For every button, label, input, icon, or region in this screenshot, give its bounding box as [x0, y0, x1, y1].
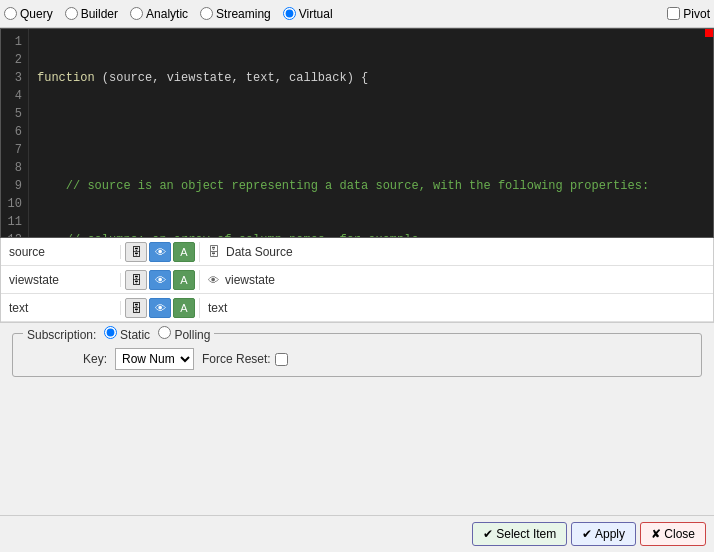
- code-content[interactable]: function (source, viewstate, text, callb…: [29, 29, 713, 237]
- line-num-10: 10: [7, 195, 22, 213]
- force-reset-checkbox[interactable]: [275, 353, 288, 366]
- code-line-1: function (source, viewstate, text, callb…: [37, 69, 705, 87]
- line-num-8: 8: [7, 159, 22, 177]
- line-num-7: 7: [7, 141, 22, 159]
- param-viewstate-eye-btn[interactable]: 👁: [149, 270, 171, 290]
- key-label: Key:: [83, 352, 107, 366]
- line-num-9: 9: [7, 177, 22, 195]
- pivot-checkbox[interactable]: [667, 7, 680, 20]
- tab-streaming-label: Streaming: [216, 7, 271, 21]
- param-text-db-btn[interactable]: 🗄: [125, 298, 147, 318]
- subscription-label: Subscription:: [27, 328, 96, 342]
- main-container: Query Builder Analytic Streaming Virtual…: [0, 0, 714, 552]
- select-item-button[interactable]: ✔ Select Item: [472, 522, 567, 546]
- pivot-checkbox-container: Pivot: [667, 7, 710, 21]
- line-num-6: 6: [7, 123, 22, 141]
- subscription-polling-radio[interactable]: [158, 326, 171, 339]
- subscription-wrapper: Subscription: Static Polling Key: Row Nu…: [0, 323, 714, 423]
- param-icons-viewstate: 🗄 👁 A: [121, 270, 200, 290]
- apply-button[interactable]: ✔ Apply: [571, 522, 636, 546]
- key-row: Key: Row Num Force Reset:: [23, 348, 691, 370]
- tab-builder-radio[interactable]: [65, 7, 78, 20]
- param-value-source: 🗄 Data Source: [200, 245, 713, 259]
- tab-query-radio[interactable]: [4, 7, 17, 20]
- tab-builder-label: Builder: [81, 7, 118, 21]
- tab-streaming-radio[interactable]: [200, 7, 213, 20]
- param-source-db-icon: 🗄: [208, 245, 220, 259]
- param-source-value-text: Data Source: [226, 245, 293, 259]
- param-text-eye-btn[interactable]: 👁: [149, 298, 171, 318]
- param-source-eye-btn[interactable]: 👁: [149, 242, 171, 262]
- tab-analytic-label: Analytic: [146, 7, 188, 21]
- param-row-viewstate: viewstate 🗄 👁 A 👁 viewstate: [1, 266, 713, 294]
- line-numbers: 1 2 3 4 5 6 7 8 9 10 11 12 13 14 15 16 1…: [1, 29, 29, 237]
- param-name-viewstate: viewstate: [1, 273, 121, 287]
- subscription-static-label[interactable]: Static: [104, 326, 150, 342]
- tab-virtual[interactable]: Virtual: [283, 7, 333, 21]
- line-num-5: 5: [7, 105, 22, 123]
- param-text-value-text: text: [208, 301, 227, 315]
- red-marker: [705, 29, 713, 37]
- force-reset-text: Force Reset:: [202, 352, 271, 366]
- param-text-a-btn[interactable]: A: [173, 298, 195, 318]
- param-name-text: text: [1, 301, 121, 315]
- key-select[interactable]: Row Num: [115, 348, 194, 370]
- param-value-text: text: [200, 301, 713, 315]
- subscription-legend: Subscription: Static Polling: [23, 326, 214, 342]
- pivot-label: Pivot: [683, 7, 710, 21]
- force-reset-label: Force Reset:: [202, 352, 288, 366]
- code-line-4: // columns: an array of column names, fo…: [37, 231, 705, 237]
- tab-query-label: Query: [20, 7, 53, 21]
- param-name-source: source: [1, 245, 121, 259]
- tab-virtual-label: Virtual: [299, 7, 333, 21]
- param-icons-text: 🗄 👁 A: [121, 298, 200, 318]
- param-viewstate-a-btn[interactable]: A: [173, 270, 195, 290]
- code-line-3: // source is an object representing a da…: [37, 177, 705, 195]
- tab-analytic[interactable]: Analytic: [130, 7, 188, 21]
- param-icons-source: 🗄 👁 A: [121, 242, 200, 262]
- tab-bar: Query Builder Analytic Streaming Virtual…: [0, 0, 714, 28]
- line-num-3: 3: [7, 69, 22, 87]
- param-source-db-btn[interactable]: 🗄: [125, 242, 147, 262]
- tab-virtual-radio[interactable]: [283, 7, 296, 20]
- param-row-source: source 🗄 👁 A 🗄 Data Source: [1, 238, 713, 266]
- param-viewstate-value-text: viewstate: [225, 273, 275, 287]
- tab-builder[interactable]: Builder: [65, 7, 118, 21]
- param-viewstate-eye-icon: 👁: [208, 274, 219, 286]
- tab-streaming[interactable]: Streaming: [200, 7, 271, 21]
- subscription-polling-text: Polling: [174, 328, 210, 342]
- line-num-11: 11: [7, 213, 22, 231]
- param-row-text: text 🗄 👁 A text: [1, 294, 713, 322]
- subscription-section: Subscription: Static Polling Key: Row Nu…: [12, 333, 702, 377]
- close-button[interactable]: ✘ Close: [640, 522, 706, 546]
- subscription-polling-label[interactable]: Polling: [158, 326, 210, 342]
- tab-query[interactable]: Query: [4, 7, 53, 21]
- line-num-2: 2: [7, 51, 22, 69]
- subscription-static-text: Static: [120, 328, 150, 342]
- tab-analytic-radio[interactable]: [130, 7, 143, 20]
- line-num-12: 12: [7, 231, 22, 238]
- param-source-a-btn[interactable]: A: [173, 242, 195, 262]
- param-viewstate-db-btn[interactable]: 🗄: [125, 270, 147, 290]
- code-line-2: [37, 123, 705, 141]
- line-num-4: 4: [7, 87, 22, 105]
- bottom-bar: ✔ Select Item ✔ Apply ✘ Close: [0, 515, 714, 552]
- params-section: source 🗄 👁 A 🗄 Data Source viewstate 🗄 👁…: [0, 238, 714, 323]
- param-value-viewstate: 👁 viewstate: [200, 273, 713, 287]
- subscription-static-radio[interactable]: [104, 326, 117, 339]
- code-editor[interactable]: 1 2 3 4 5 6 7 8 9 10 11 12 13 14 15 16 1…: [0, 28, 714, 238]
- line-num-1: 1: [7, 33, 22, 51]
